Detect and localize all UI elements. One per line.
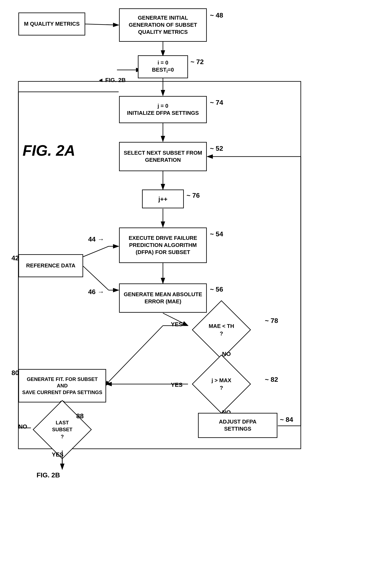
box-select-next-subset: SELECT NEXT SUBSET FROMGENERATION (119, 142, 207, 171)
fig2b-reference-top: ◄ FIG. 2B (98, 77, 126, 83)
label-74: ~ 74 (210, 99, 223, 106)
label-52: ~ 52 (210, 145, 223, 152)
box-adjust-dfpa: ADJUST DFPASETTINGS (198, 413, 277, 438)
yes-label-mae: YES (171, 321, 183, 328)
box-generate-fit: GENERATE FIT. FOR SUBSET ANDSAVE CURRENT… (18, 369, 106, 402)
box-generate-initial: GENERATE INITIALGENERATION OF SUBSETQUAL… (119, 8, 207, 42)
diamond-mae-th: MAE < TH? (182, 309, 261, 351)
fig2b-reference-bottom: FIG. 2B (37, 471, 60, 479)
yes-label-last: YES (52, 451, 64, 458)
fig-2a-label: FIG. 2A (23, 142, 75, 159)
box-execute-dfpa: EXECUTE DRIVE FAILUREPREDICTION ALGORITH… (119, 228, 207, 263)
box-j-increment: j++ (142, 189, 184, 208)
box-m-quality-metrics: M QUALITY METRICS (18, 13, 85, 35)
label-56: ~ 56 (210, 286, 223, 293)
diamond-j-max: j > MAX? (182, 363, 261, 405)
label-76: ~ 76 (186, 192, 200, 199)
diagram-container: M QUALITY METRICS GENERATE INITIALGENERA… (0, 0, 367, 588)
label-84: ~ 84 (280, 416, 293, 424)
box-generate-mae: GENERATE MEAN ABSOLUTEERROR (MAE) (119, 284, 207, 313)
label-78: ~ 78 (265, 317, 278, 325)
label-46: 46 → (88, 288, 104, 296)
svg-line-9 (83, 246, 108, 257)
box-init-vars: i = 0BESTi=0 (138, 55, 188, 78)
label-72: ~ 72 (191, 58, 204, 66)
label-88: 88 (76, 412, 84, 420)
label-44: 44 → (88, 236, 104, 243)
svg-line-16 (104, 326, 163, 386)
box-reference-data: REFERENCE DATA (18, 254, 83, 277)
no-label-last: NO (18, 423, 27, 430)
label-42: 42 (11, 254, 19, 262)
label-48: ~ 48 (210, 11, 223, 19)
svg-line-2 (85, 24, 119, 25)
yes-label-jmax: YES (171, 382, 183, 388)
label-82: ~ 82 (265, 376, 278, 384)
svg-line-11 (83, 266, 108, 290)
diamond-last-subset: LASTSUBSET? (23, 409, 102, 450)
box-j-init: j = 0INITIALIZE DFPA SETTINGS (119, 96, 207, 123)
label-80: 80 (11, 369, 19, 377)
label-54: ~ 54 (210, 230, 223, 238)
